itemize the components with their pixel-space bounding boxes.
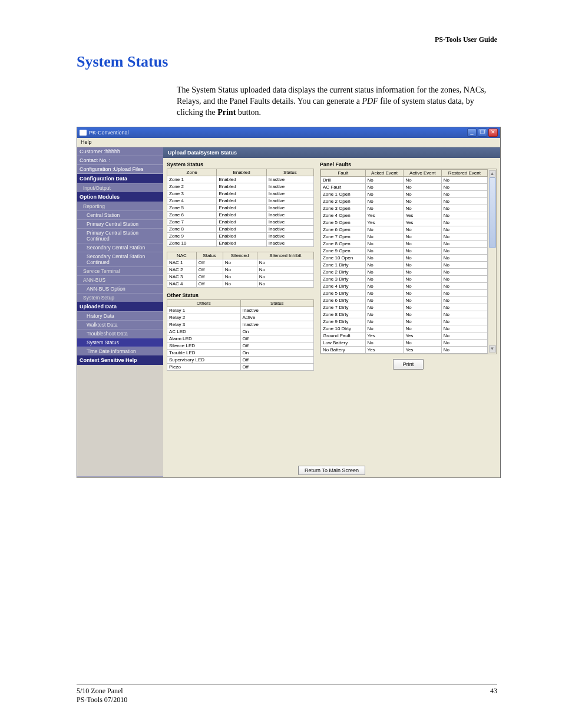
cell: No bbox=[365, 254, 404, 261]
table-row[interactable]: Zone 6 DirtyNoNoNo bbox=[321, 297, 488, 304]
sidebar-item-secondary-cs-cont[interactable]: Secondary Central Station Continued bbox=[77, 252, 163, 266]
sidebar-hdr-context-help[interactable]: Context Sensitive Help bbox=[77, 355, 163, 365]
table-row[interactable]: Relay 1Inactive bbox=[167, 307, 314, 314]
table-row[interactable]: Ground FaultYesYesNo bbox=[321, 332, 488, 339]
sidebar-item-service-terminal[interactable]: Service Terminal bbox=[77, 266, 163, 275]
table-row[interactable]: Zone 10 OpenNoNoNo bbox=[321, 254, 488, 261]
table-row[interactable]: Zone 2 OpenNoNoNo bbox=[321, 197, 488, 205]
print-button[interactable]: Print bbox=[393, 359, 424, 370]
sidebar-item-ann-bus-option[interactable]: ANN-BUS Option bbox=[77, 284, 163, 293]
sidebar-item-primary-cs[interactable]: Primary Central Station bbox=[77, 219, 163, 228]
sidebar-hdr-option[interactable]: Option Modules bbox=[77, 192, 163, 202]
table-row[interactable]: Zone 6 OpenNoNoNo bbox=[321, 226, 488, 233]
table-row[interactable]: Zone 4 OpenYesYesNo bbox=[321, 212, 488, 219]
table-row[interactable]: Zone 7EnabledInactive bbox=[167, 218, 314, 225]
table-row[interactable]: Zone 7 DirtyNoNoNo bbox=[321, 304, 488, 311]
nac-col-silenced-inhibit[interactable]: Silenced Inhibit bbox=[257, 252, 313, 259]
table-row[interactable]: Zone 8EnabledInactive bbox=[167, 225, 314, 232]
zone-col-zone[interactable]: Zone bbox=[167, 169, 217, 176]
window-titlebar[interactable]: PK-Conventional _ ❐ ✕ bbox=[77, 127, 500, 138]
nac-col-status[interactable]: Status bbox=[196, 252, 223, 259]
fault-col-restored[interactable]: Restored Event bbox=[441, 169, 487, 176]
table-row[interactable]: Zone 2EnabledInactive bbox=[167, 183, 314, 190]
table-row[interactable]: Alarm LEDOff bbox=[167, 335, 314, 342]
sidebar-item-secondary-cs[interactable]: Secondary Central Station bbox=[77, 243, 163, 252]
table-row[interactable]: Zone 9EnabledInactive bbox=[167, 232, 314, 239]
table-row[interactable]: DrillNoNoNo bbox=[321, 176, 488, 183]
sidebar-item-input-output[interactable]: Input/Output bbox=[77, 183, 163, 192]
table-row[interactable]: NAC 3OffNoNo bbox=[167, 273, 314, 280]
sidebar-hdr-config[interactable]: Configuration Data bbox=[77, 174, 163, 183]
table-row[interactable]: Zone 3 DirtyNoNoNo bbox=[321, 275, 488, 282]
table-row[interactable]: Zone 3EnabledInactive bbox=[167, 190, 314, 197]
other-col-status[interactable]: Status bbox=[240, 299, 314, 307]
table-row[interactable]: No BatteryYesYesNo bbox=[321, 346, 488, 353]
zone-col-status[interactable]: Status bbox=[266, 169, 313, 176]
other-table: Others Status Relay 1InactiveRelay 2Acti… bbox=[167, 299, 314, 371]
fault-col-acked[interactable]: Acked Event bbox=[365, 169, 404, 176]
sidebar-item-reporting[interactable]: Reporting bbox=[77, 202, 163, 210]
table-row[interactable]: Zone 1 OpenNoNoNo bbox=[321, 190, 488, 197]
cell: Yes bbox=[365, 219, 404, 226]
sidebar-item-troubleshoot[interactable]: Troubleshoot Data bbox=[77, 329, 163, 338]
scroll-thumb[interactable] bbox=[489, 177, 496, 248]
table-row[interactable]: Supervisory LEDOff bbox=[167, 356, 314, 363]
zone-col-enabled[interactable]: Enabled bbox=[217, 169, 266, 176]
table-row[interactable]: NAC 4OffNoNo bbox=[167, 280, 314, 287]
table-row[interactable]: Zone 3 OpenNoNoNo bbox=[321, 205, 488, 212]
table-row[interactable]: Relay 2Active bbox=[167, 314, 314, 321]
fault-col-fault[interactable]: Fault bbox=[321, 169, 366, 176]
nac-col-nac[interactable]: NAC bbox=[167, 252, 197, 259]
scroll-up-icon[interactable]: ▲ bbox=[489, 170, 496, 177]
table-row[interactable]: Relay 3Inactive bbox=[167, 321, 314, 328]
nac-col-silenced[interactable]: Silenced bbox=[223, 252, 257, 259]
cell: No bbox=[441, 332, 487, 339]
sidebar-item-history[interactable]: History Data bbox=[77, 311, 163, 320]
maximize-button[interactable]: ❐ bbox=[478, 129, 487, 137]
table-row[interactable]: Zone 5 OpenYesYesNo bbox=[321, 219, 488, 226]
sidebar-item-primary-cs-cont[interactable]: Primary Central Station Continued bbox=[77, 228, 163, 243]
scroll-down-icon[interactable]: ▼ bbox=[489, 345, 496, 353]
table-row[interactable]: Zone 1EnabledInactive bbox=[167, 176, 314, 183]
cell: No bbox=[441, 339, 487, 346]
table-row[interactable]: Zone 8 OpenNoNoNo bbox=[321, 240, 488, 247]
table-row[interactable]: Zone 9 OpenNoNoNo bbox=[321, 247, 488, 254]
table-row[interactable]: NAC 1OffNoNo bbox=[167, 259, 314, 266]
table-row[interactable]: Zone 5 DirtyNoNoNo bbox=[321, 289, 488, 297]
table-row[interactable]: Zone 10 DirtyNoNoNo bbox=[321, 325, 488, 332]
table-row[interactable]: AC LEDOn bbox=[167, 328, 314, 335]
table-row[interactable]: Zone 7 OpenNoNoNo bbox=[321, 233, 488, 240]
table-row[interactable]: Zone 5EnabledInactive bbox=[167, 204, 314, 211]
cell: No bbox=[404, 190, 441, 197]
sidebar-item-system-status[interactable]: System Status bbox=[77, 338, 163, 347]
sidebar-item-time-date[interactable]: Time Date Information bbox=[77, 347, 163, 355]
table-row[interactable]: Zone 8 DirtyNoNoNo bbox=[321, 311, 488, 318]
table-row[interactable]: Zone 10EnabledInactive bbox=[167, 239, 314, 246]
table-row[interactable]: Zone 4EnabledInactive bbox=[167, 197, 314, 204]
table-row[interactable]: Zone 4 DirtyNoNoNo bbox=[321, 282, 488, 289]
cell: NAC 4 bbox=[167, 280, 197, 287]
menu-help[interactable]: Help bbox=[81, 139, 92, 145]
fault-col-active[interactable]: Active Event bbox=[404, 169, 441, 176]
table-row[interactable]: PiezoOff bbox=[167, 363, 314, 370]
minimize-button[interactable]: _ bbox=[467, 129, 477, 137]
table-row[interactable]: Zone 6EnabledInactive bbox=[167, 211, 314, 218]
table-row[interactable]: AC FaultNoNoNo bbox=[321, 183, 488, 190]
table-row[interactable]: Low BatteryNoNoNo bbox=[321, 339, 488, 346]
close-button[interactable]: ✕ bbox=[488, 129, 498, 137]
cell: No bbox=[365, 318, 404, 325]
faults-scrollbar[interactable]: ▲ ▼ bbox=[488, 169, 496, 354]
sidebar-item-central-station[interactable]: Central Station bbox=[77, 210, 163, 219]
sidebar-hdr-uploaded[interactable]: Uploaded Data bbox=[77, 302, 163, 311]
return-main-button[interactable]: Return To Main Screen bbox=[298, 466, 365, 475]
table-row[interactable]: Trouble LEDOn bbox=[167, 349, 314, 356]
other-col-others[interactable]: Others bbox=[167, 299, 241, 307]
table-row[interactable]: Zone 2 DirtyNoNoNo bbox=[321, 268, 488, 275]
table-row[interactable]: Silence LEDOff bbox=[167, 342, 314, 349]
table-row[interactable]: Zone 9 DirtyNoNoNo bbox=[321, 318, 488, 325]
sidebar-item-system-setup[interactable]: System Setup bbox=[77, 293, 163, 302]
table-row[interactable]: NAC 2OffNoNo bbox=[167, 266, 314, 273]
sidebar-item-walktest[interactable]: Walktest Data bbox=[77, 320, 163, 329]
table-row[interactable]: Zone 1 DirtyNoNoNo bbox=[321, 261, 488, 268]
sidebar-item-ann-bus[interactable]: ANN-BUS bbox=[77, 275, 163, 284]
